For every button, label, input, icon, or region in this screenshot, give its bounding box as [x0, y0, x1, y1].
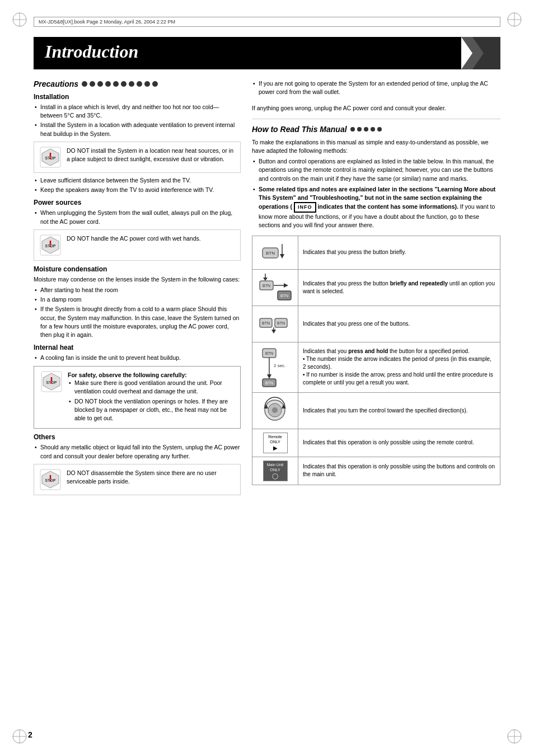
moisture-bullet-2: In a damp room [34, 295, 241, 304]
dot-6 [121, 81, 127, 87]
svg-marker-37 [280, 254, 284, 259]
power-extra-bullet-1: If you are not going to operate the Syst… [252, 79, 500, 96]
power-warning-text: DO NOT handle the AC power cord with wet… [67, 234, 201, 243]
dot-1 [82, 81, 87, 87]
icon-press-one-of: BTN BTN [252, 306, 298, 342]
desc-turn-control: Indicates that you turn the control towa… [298, 392, 500, 429]
table-row-turn-control: Indicates that you turn the control towa… [252, 392, 500, 429]
installation-warning-text: DO NOT install the System in a location … [67, 147, 235, 163]
stop-icon-3: STOP [41, 371, 62, 392]
desc-press-briefly: Indicates that you press the button brie… [298, 236, 500, 269]
title-chevron-icon [461, 37, 500, 69]
icon-press-briefly: BTN [252, 236, 298, 269]
table-row-press-briefly: BTN Indicates that you press the button … [252, 236, 500, 269]
htr-dot-1 [350, 127, 355, 132]
main-unit-badge: Main Unit ONLY ◯ [263, 461, 288, 481]
table-row-main-unit: Main Unit ONLY ◯ Indicates that this ope… [252, 457, 500, 485]
svg-text:BTN: BTN [262, 321, 270, 325]
how-to-read-header: How to Read This Manual [252, 125, 500, 134]
meta-bar: MX-JD5&8[UX].book Page 2 Monday, April 2… [34, 17, 500, 27]
svg-text:2 sec.: 2 sec. [274, 363, 285, 368]
power-warning-box: STOP DO NOT handle the AC power cord wit… [34, 229, 241, 261]
icon-main-unit: Main Unit ONLY ◯ [252, 457, 298, 485]
precautions-header: Precautions [34, 79, 241, 88]
remote-badge-line2: ONLY [270, 439, 280, 444]
safety-bullet-2: DO NOT block the ventilation openings or… [68, 397, 233, 423]
installation-bullet-2: Install the System in a location with ad… [34, 121, 241, 138]
table-row-press-one-of: BTN BTN Indicates that you press one of … [252, 306, 500, 342]
main-badge-icon: ◯ [272, 472, 278, 480]
htr-dot-2 [357, 127, 362, 132]
precautions-title: Precautions [34, 79, 78, 88]
stop-icon-2: STOP [40, 234, 61, 256]
desc-press-one-of: Indicates that you press one of the butt… [298, 306, 500, 342]
remote-badge-icon: ▶ [273, 444, 278, 452]
installation-title: Installation [34, 93, 241, 101]
htr-bullet-1: Button and control operations are explai… [252, 157, 500, 183]
stop-icon-4: STOP [40, 469, 61, 490]
safety-text: For safety, observe the following carefu… [68, 371, 233, 424]
safety-box: STOP For safety, observe the following c… [34, 366, 241, 429]
svg-marker-55 [267, 374, 271, 379]
info-badge: INFO [294, 202, 316, 213]
desc-press-hold: Indicates that you press and hold the bu… [298, 342, 500, 392]
table-row-press-hold: BTN 2 sec. BTN Indicates tha [252, 342, 500, 392]
svg-text:BTN: BTN [266, 251, 275, 256]
corner-mark-tr [506, 11, 523, 28]
how-to-read-title: How to Read This Manual [252, 125, 347, 134]
moisture-bullet-1: After starting to heat the room [34, 286, 241, 294]
dot-3 [97, 81, 103, 87]
others-bullet-1: Should any metallic object or liquid fal… [34, 443, 241, 460]
how-to-intro: To make the explanations in this manual … [252, 138, 500, 155]
installation-section: Installation Install in a place which is… [34, 93, 241, 194]
svg-text:BTN: BTN [263, 284, 270, 288]
others-warning-box: STOP DO NOT disassemble the System since… [34, 464, 241, 495]
internal-heat-title: Internal heat [34, 344, 241, 351]
stop-icon-1: STOP [40, 147, 61, 168]
table-row-remote-only: Remote ONLY ▶ Indicates that this operat… [252, 429, 500, 457]
htr-dot-4 [371, 127, 375, 132]
safety-bullet-1: Make sure there is good ventilation arou… [68, 379, 233, 396]
power-extra-text: If anything goes wrong, unplug the AC po… [252, 104, 500, 112]
installation-bullet-1: Install in a place which is level, dry a… [34, 103, 241, 120]
dot-8 [137, 81, 142, 87]
htr-dot-5 [377, 127, 382, 132]
others-warning-text: DO NOT disassemble the System since ther… [67, 469, 235, 486]
svg-text:BTN: BTN [277, 321, 285, 325]
svg-point-28 [51, 382, 53, 383]
moisture-section: Moisture condensation Moisture may conde… [34, 265, 241, 340]
svg-point-33 [50, 480, 51, 481]
dot-4 [105, 81, 111, 87]
others-title: Others [34, 433, 241, 441]
corner-mark-bl [11, 728, 28, 745]
icon-remote-only: Remote ONLY ▶ [252, 429, 298, 457]
dot-5 [113, 81, 119, 87]
dot-10 [152, 81, 158, 87]
svg-marker-43 [284, 283, 288, 288]
moisture-title: Moisture condensation [34, 265, 241, 273]
installation-warning-box: STOP DO NOT install the System in a loca… [34, 142, 241, 173]
power-sources-bullet-1: When unplugging the System from the wall… [34, 209, 241, 226]
content-area: Precautions Installation Install i [34, 79, 500, 499]
svg-marker-50 [271, 330, 276, 334]
icon-press-hold: BTN 2 sec. BTN [252, 342, 298, 392]
corner-mark-tl [11, 11, 28, 28]
button-table: BTN Indicates that you press the button … [252, 236, 500, 485]
power-sources-title: Power sources [34, 199, 241, 206]
dot-2 [90, 81, 95, 87]
internal-heat-bullet-1: A cooling fan is inside the unit to prev… [34, 354, 241, 362]
power-sources-section: Power sources When unplugging the System… [34, 199, 241, 260]
dot-9 [144, 81, 150, 87]
page-number: 2 [28, 730, 32, 739]
internal-heat-section: Internal heat A cooling fan is inside th… [34, 344, 241, 429]
remote-badge: Remote ONLY ▶ [263, 433, 288, 453]
desc-press-repeatedly: Indicates that you press the button brie… [298, 269, 500, 306]
svg-text:BTN: BTN [265, 381, 273, 385]
main-badge-line2: ONLY [270, 467, 280, 472]
right-column: If you are not going to operate the Syst… [252, 79, 500, 499]
divider-1 [252, 119, 500, 119]
moisture-bullet-3: If the System is brought directly from a… [34, 305, 241, 339]
power-extra-section: If you are not going to operate the Syst… [252, 79, 500, 113]
icon-press-repeatedly: BTN BTN [252, 269, 298, 306]
safety-header: For safety, observe the following carefu… [68, 371, 233, 379]
